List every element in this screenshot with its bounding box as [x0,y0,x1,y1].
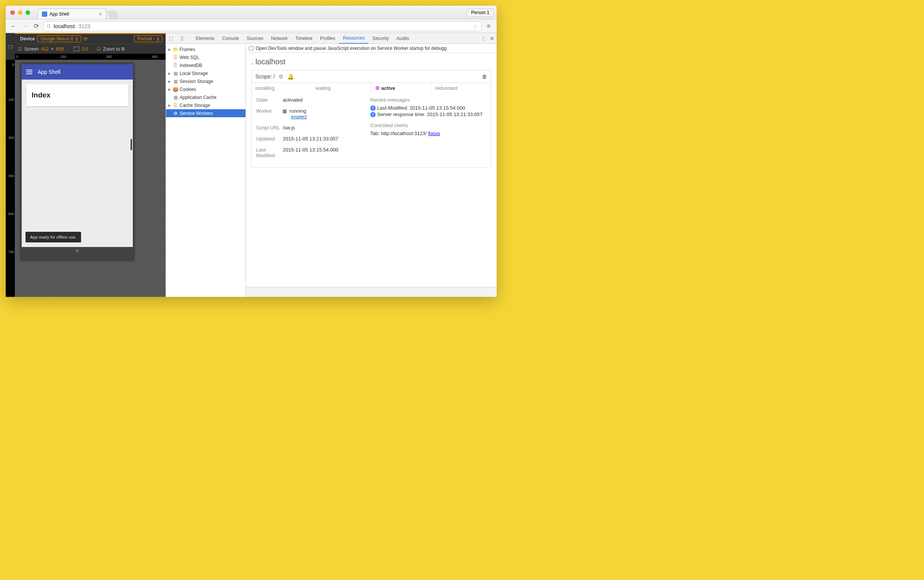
devtools-close-icon[interactable]: ✕ [490,35,494,41]
profile-button[interactable]: Person 1 [467,8,494,17]
info-icon: i [370,105,376,111]
device-bar-1: Device Google Nexus 6▴▾ ⟳ Portrait -▴▾ [15,33,166,44]
focus-link[interactable]: focus [428,130,440,136]
forward-button[interactable]: → [20,22,29,31]
tab-console[interactable]: Console [219,33,243,44]
worker-value: running inspect [283,108,361,120]
address-bar[interactable]: 🗋 localhost:3123 ☆ [43,21,481,31]
device-label: Device [20,36,35,41]
devtools-more-icon[interactable]: ⋮ [481,35,486,41]
ruler-vertical: 0 150 300 450 600 750 [6,60,15,297]
app-viewport[interactable]: App Shell Index App ready for offline us… [22,64,133,247]
page-info-icon[interactable]: 🗋 [46,23,51,29]
gear-icon[interactable]: ⚙ [278,73,283,79]
tab-strip: App Shell × [38,6,118,19]
browser-menu-button[interactable]: ≡ [484,21,494,31]
back-button[interactable]: ← [9,22,18,31]
window-titlebar: App Shell × Person 1 [6,6,497,20]
minimize-window-button[interactable] [18,10,23,15]
drawer-icon[interactable] [8,45,13,48]
toggle-device-icon[interactable]: ▯ [176,33,187,44]
tree-indexeddb[interactable]: 🗄IndexedDB [166,61,245,69]
status-tab-active[interactable]: ⚙ active [371,83,432,93]
tree-frames[interactable]: ▶📁Frames [166,45,245,53]
new-tab-button[interactable] [107,11,119,19]
lastmod-label: Last-Modified [256,147,283,158]
device-screen: App Shell Index App ready for offline us… [20,63,134,261]
tab-audits[interactable]: Audits [393,33,413,44]
sw-host: . localhost [251,58,491,66]
toast: App ready for offline use. [25,232,81,242]
tree-serviceworkers[interactable]: ⚙Service Workers [166,109,245,117]
tab-profiles[interactable]: Profiles [316,33,339,44]
app-header: App Shell [22,64,133,79]
status-tab-waiting[interactable]: waiting [312,83,372,93]
device-select[interactable]: Google Nexus 6▴▾ [37,35,81,42]
trash-icon[interactable]: 🗑 [482,73,487,79]
recent-message: iLast-Modified: 2015-11-05 13:15:54.000 [370,105,486,111]
resources-tree: ▶📁Frames 🗄Web SQL 🗄IndexedDB ▶▦Local Sto… [166,44,246,297]
window-controls [9,10,30,15]
bell-icon[interactable]: 🔔 [287,73,294,79]
inspect-link[interactable]: inspect [291,114,307,120]
controlled-client: Tab: http://localhost:3123/ focus [370,130,486,136]
sw-startup-checkbox[interactable] [249,46,254,51]
ruler-horizontal: 0 150 300 450 [15,54,166,60]
zoom-label: Zoom to fit [103,46,125,52]
tree-cookies[interactable]: ▶🍪Cookies [166,85,245,93]
reload-button[interactable]: ⟳ [31,22,41,31]
tab-network[interactable]: Network [267,33,292,44]
bookmark-icon[interactable]: ☆ [473,23,478,29]
status-tab-redundant[interactable]: redundant [432,83,491,93]
tab-elements[interactable]: Elements [192,33,219,44]
inspect-element-icon[interactable]: ⬚ [166,33,176,44]
sw-scope-label: Scope: / [255,73,275,79]
tree-sessionstorage[interactable]: ▶▦Session Storage [166,77,245,85]
tab-sources[interactable]: Sources [243,33,267,44]
worker-label: Worker [256,108,283,120]
sw-status-tabs: installing waiting ⚙ active redundant [252,82,491,93]
devtools-tabbar: ⬚ ▯ Elements Console Sources Network Tim… [166,33,497,44]
controlled-clients-header: Controlled clients [370,122,486,128]
tree-localstorage[interactable]: ▶▦Local Storage [166,69,245,77]
tree-appcache[interactable]: ▦Application Cache [166,93,245,101]
hamburger-icon[interactable] [26,70,32,74]
close-tab-button[interactable]: × [99,11,102,17]
tree-cachestorage[interactable]: ▶🗄Cache Storage [166,101,245,109]
devtools-body: ▶📁Frames 🗄Web SQL 🗄IndexedDB ▶▦Local Sto… [166,44,497,297]
zoom-checkbox[interactable]: ☑ [97,46,101,52]
sw-scope-card: Scope: / ⚙ 🔔 🗑 installing waiting [251,70,491,168]
device-mode-panel: Device Google Nexus 6▴▾ ⟳ Portrait -▴▾ ☑… [6,33,166,297]
tab-title: App Shell [49,12,69,17]
volume-button [130,139,132,150]
device-body: 0 150 300 450 600 750 App Shell [15,60,166,297]
home-bar: ≡ [22,247,133,255]
tree-websql[interactable]: 🗄Web SQL [166,53,245,61]
browser-tab[interactable]: App Shell × [38,8,106,19]
zoom-window-button[interactable] [25,10,30,15]
close-window-button[interactable] [10,10,15,15]
tab-timeline[interactable]: Timeline [292,33,316,44]
sw-startup-label: Open DevTools window and pause JavaScrip… [256,46,446,51]
sw-startup-bar: Open DevTools window and pause JavaScrip… [246,44,497,53]
tab-resources[interactable]: Resources [339,33,368,44]
screen-checkbox[interactable]: ☑ [18,46,22,52]
updated-value: 2015-11-05 13:21:33.057 [283,136,361,142]
url-host: localhost: [54,23,76,29]
screen-width[interactable]: 412 [41,46,49,52]
tab-security[interactable]: Security [368,33,392,44]
device-frame: App Shell Index App ready for offline us… [15,60,166,297]
favicon-icon [42,12,47,17]
status-tab-installing[interactable]: installing [252,83,312,93]
sw-main: . localhost Scope: / ⚙ 🔔 🗑 [246,53,497,172]
script-value: /sw.js [283,125,361,130]
orientation-select[interactable]: Portrait -▴▾ [134,35,163,42]
lastmod-value: 2015-11-05 13:15:54.000 [283,147,361,158]
dpr-value[interactable]: 3.5 [82,46,88,52]
updated-label: Updated [256,136,283,142]
content-area: Device Google Nexus 6▴▾ ⟳ Portrait -▴▾ ☑… [6,33,497,297]
devtools-drawer[interactable] [246,287,497,297]
swap-dimensions-icon[interactable]: ⟳ [83,36,88,42]
stop-icon[interactable] [283,110,287,114]
screen-height[interactable]: 659 [56,46,64,52]
